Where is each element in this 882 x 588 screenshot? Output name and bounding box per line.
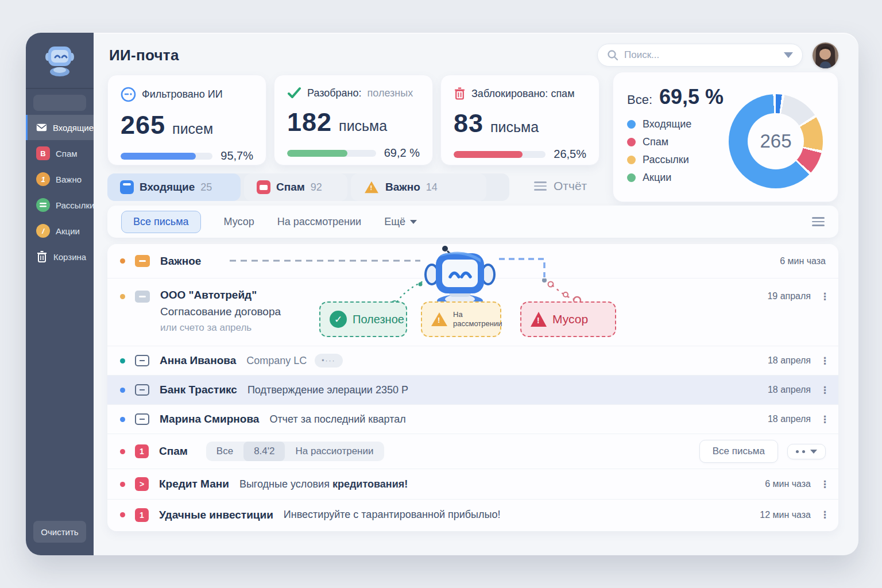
email-time: 6 мин чаза xyxy=(780,256,826,266)
stat-percent: 69,2 % xyxy=(384,146,420,160)
spam-pill-all[interactable]: Все xyxy=(206,442,243,461)
kebab-menu-icon[interactable]: ⋮ xyxy=(820,292,826,301)
email-date: 18 апреля xyxy=(768,414,811,424)
email-row-investments[interactable]: 1 Удачные инвестиции Инвестируйте с тара… xyxy=(107,500,838,530)
email-sender: Анна Иванова xyxy=(160,354,236,367)
spam-pill-review[interactable]: На рассиотрении xyxy=(285,442,384,461)
kebab-menu-icon[interactable]: ⋮ xyxy=(820,479,826,489)
email-date: 19 апраля xyxy=(767,291,811,301)
email-sender: Банк Трастикс xyxy=(160,384,237,396)
email-subject: Согпасование договора xyxy=(160,305,281,318)
envelope-icon xyxy=(135,384,149,396)
chart-title: Все: xyxy=(627,92,652,107)
sidebar-item-label: Важно xyxy=(56,175,82,184)
stat-title: Заблокировано: спам xyxy=(471,88,575,100)
stat-title: Фильтровано ИИ xyxy=(142,88,223,100)
warning-icon xyxy=(531,312,547,327)
filter-under-review[interactable]: На рассмотрении xyxy=(277,216,361,228)
robot-mascot xyxy=(422,244,498,306)
email-subject: Подтверждение элерации 2350 Р xyxy=(247,384,408,396)
email-sender: Кредит Мани xyxy=(159,478,229,490)
app-logo-robot-icon xyxy=(26,42,94,78)
sidebar-item-spam[interactable]: B Спам xyxy=(26,141,94,166)
stat-value: 83 xyxy=(454,109,483,138)
section-title: Спам xyxy=(159,445,188,458)
progress-fill xyxy=(287,150,347,157)
tab-important[interactable]: Важно 14 xyxy=(351,173,486,201)
kebab-menu-icon[interactable]: ⋮ xyxy=(820,415,826,424)
important-tab-icon xyxy=(365,181,378,193)
legend-dot xyxy=(627,156,636,164)
check-icon: ✓ xyxy=(330,311,347,328)
more-dots-badge[interactable]: •··· xyxy=(315,354,342,368)
sidebar-item-label: Акции xyxy=(56,226,80,236)
email-subject: Инвестируйте с тарантированной прибылыо! xyxy=(284,509,501,521)
sidebar-item-newsletters[interactable]: Рассылки xyxy=(26,192,94,218)
list-menu-icon[interactable] xyxy=(812,215,825,229)
search-dropdown-icon[interactable] xyxy=(784,52,793,58)
kebab-menu-icon[interactable]: ⋮ xyxy=(820,510,826,520)
label-under-review[interactable]: На рассмотрении xyxy=(421,301,501,337)
email-sender: ООО "Автотрейд" xyxy=(160,289,270,301)
email-row-spam-section[interactable]: 1 Спам Все 8.4'2 На рассиотрении Все пис… xyxy=(107,434,838,469)
email-row-marina[interactable]: Марина Смирнова Отчет за последний кварт… xyxy=(107,405,838,434)
sidebar: Входящие B Спам 1 Важно Рассылки / Акции xyxy=(26,33,94,555)
search-box[interactable] xyxy=(597,44,803,67)
sidebar-item-label: Корзина xyxy=(53,252,86,262)
donut-center-value: 265 xyxy=(729,94,823,188)
chevron-down-icon xyxy=(410,220,417,224)
sidebar-item-trash[interactable]: Корзина xyxy=(26,244,94,269)
search-input[interactable] xyxy=(624,49,778,61)
email-list: ✓ Полезное На рассмотрении Мусор Важное … xyxy=(107,244,838,531)
status-dot xyxy=(120,358,125,363)
spam-tab-icon xyxy=(257,180,270,194)
email-subject: Выгодные условия кредитования! xyxy=(239,478,408,490)
sidebar-item-label: Спам xyxy=(56,149,78,158)
status-dot xyxy=(120,449,125,454)
filter-all-letters[interactable]: Все письма xyxy=(121,211,201,233)
newsletters-icon xyxy=(36,198,50,212)
filter-more[interactable]: Ещё xyxy=(384,216,417,228)
sidebar-item-inbox[interactable]: Входящие xyxy=(26,115,94,140)
donut-chart: 265 xyxy=(729,94,823,188)
spam-arrow-icon: > xyxy=(135,477,149,491)
report-lines-icon xyxy=(534,179,547,193)
sidebar-placeholder xyxy=(33,95,86,111)
user-avatar[interactable] xyxy=(813,42,838,68)
filter-junk[interactable]: Мусор xyxy=(224,216,254,228)
warning-icon xyxy=(431,312,447,326)
status-dot xyxy=(120,258,125,264)
stat-percent: 95,7% xyxy=(220,149,253,163)
tab-spam[interactable]: Спам 92 xyxy=(244,173,347,201)
sidebar-item-promos[interactable]: / Акции xyxy=(26,218,94,243)
kebab-menu-icon[interactable]: ⋮ xyxy=(820,356,826,366)
spam-count-icon: 1 xyxy=(135,508,149,522)
tab-inbox[interactable]: Входящие 25 xyxy=(107,173,241,201)
email-time: 12 мин чаза xyxy=(760,510,811,520)
stat-unit: письма xyxy=(339,118,387,134)
spam-pill-value[interactable]: 8.4'2 xyxy=(243,442,285,461)
report-button[interactable]: Отчёт xyxy=(534,179,587,193)
inbox-tab-icon xyxy=(120,180,134,194)
label-useful[interactable]: ✓ Полезное xyxy=(319,301,407,337)
kebab-menu-icon[interactable]: ⋮ xyxy=(820,385,826,395)
email-sender: Марина Смирнова xyxy=(160,413,259,425)
folder-tabs: Входящие 25 Спам 92 Важно 14 xyxy=(107,173,509,201)
sidebar-item-label: Рассылки xyxy=(56,200,94,210)
all-letters-button[interactable]: Все письма xyxy=(699,440,778,463)
legend-dot xyxy=(627,173,636,182)
email-row-credit[interactable]: > Кредит Мани Выгодные условия кредитова… xyxy=(107,469,838,500)
progress-fill xyxy=(454,151,523,158)
email-row-anna[interactable]: Анна Иванова Company LC •··· 18 апреля ⋮ xyxy=(107,346,838,376)
summary-chart-card: Все: 69,5 % Входящие Спам Рассылки Акции xyxy=(613,72,838,202)
label-trash[interactable]: Мусор xyxy=(520,301,616,337)
stat-percent: 26,5% xyxy=(554,148,586,161)
clear-button[interactable]: Очистить xyxy=(33,521,86,543)
important-icon: 1 xyxy=(36,172,50,186)
more-options-button[interactable] xyxy=(787,444,826,459)
legend-dot xyxy=(627,138,636,146)
sidebar-item-important[interactable]: 1 Важно xyxy=(26,167,94,192)
sidebar-item-label: Входящие xyxy=(53,123,94,133)
email-row-bank[interactable]: Банк Трастикс Подтверждение элерации 235… xyxy=(107,376,838,405)
legend-dot xyxy=(627,120,636,129)
